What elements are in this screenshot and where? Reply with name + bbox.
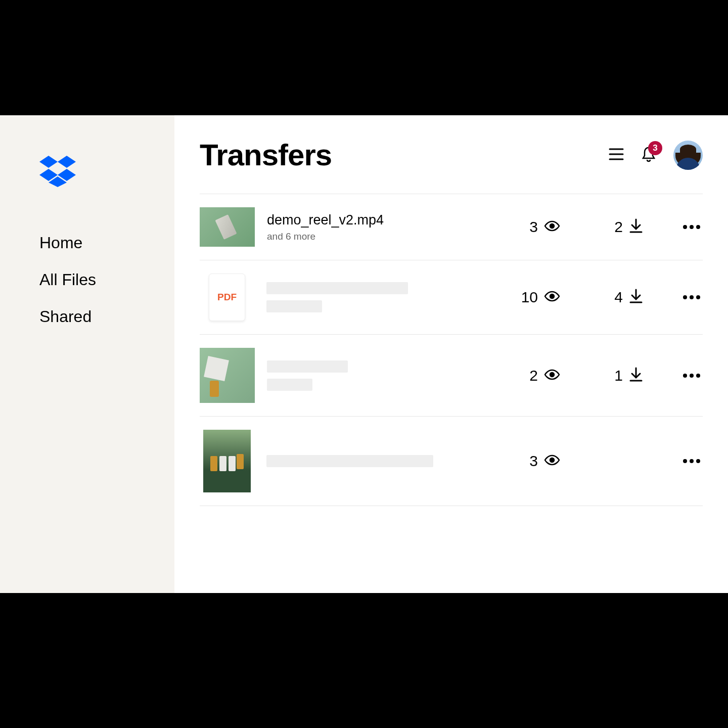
file-meta: and 6 more [267, 231, 492, 242]
placeholder-text [266, 455, 433, 467]
views-stat: 10 [505, 289, 560, 306]
more-options-icon[interactable] [680, 374, 703, 378]
file-thumbnail [203, 430, 251, 492]
more-options-icon[interactable] [680, 459, 703, 463]
sidebar-item-shared[interactable]: Shared [39, 307, 174, 326]
svg-point-3 [550, 224, 554, 228]
file-name: demo_reel_v2.mp4 [267, 212, 492, 228]
avatar[interactable] [673, 141, 703, 170]
header: Transfers 3 [200, 138, 703, 172]
sidebar: Home All Files Shared [0, 115, 174, 593]
file-info [267, 360, 492, 391]
transfer-row[interactable]: demo_reel_v2.mp4 and 6 more 3 [200, 194, 703, 260]
placeholder-text [267, 360, 348, 373]
downloads-count: 4 [614, 289, 623, 306]
downloads-stat: 4 [587, 289, 643, 306]
header-actions: 3 [609, 141, 703, 170]
views-count: 10 [521, 289, 538, 306]
views-count: 2 [529, 367, 538, 384]
notifications-button[interactable]: 3 [641, 146, 656, 164]
eye-icon [544, 220, 560, 234]
sidebar-item-home[interactable]: Home [39, 234, 174, 252]
placeholder-text [267, 379, 312, 391]
more-options-icon[interactable] [680, 295, 703, 299]
file-thumbnail [200, 348, 255, 403]
file-info [266, 282, 492, 312]
placeholder-text [266, 282, 408, 294]
file-info [266, 455, 492, 467]
page-title: Transfers [200, 138, 332, 172]
pdf-file-icon: PDF [209, 274, 245, 321]
views-stat: 2 [505, 367, 560, 384]
transfer-list: demo_reel_v2.mp4 and 6 more 3 [200, 194, 703, 506]
svg-point-12 [550, 458, 554, 462]
downloads-stat: 1 [587, 367, 643, 384]
more-options-icon[interactable] [680, 225, 703, 229]
notification-badge: 3 [648, 141, 662, 155]
views-count: 3 [529, 452, 538, 470]
transfer-row[interactable]: PDF 10 [200, 260, 703, 335]
views-stat: 3 [505, 452, 560, 470]
svg-point-9 [550, 373, 554, 377]
file-info: demo_reel_v2.mp4 and 6 more [267, 212, 492, 242]
downloads-count: 1 [614, 367, 623, 384]
transfer-row[interactable]: 2 1 [200, 335, 703, 417]
main-content: Transfers 3 [174, 115, 728, 593]
dropbox-logo-icon[interactable] [39, 156, 174, 189]
menu-icon[interactable] [609, 148, 624, 162]
eye-icon [544, 369, 560, 382]
transfer-row[interactable]: 3 [200, 417, 703, 506]
downloads-stat: 2 [587, 218, 643, 236]
eye-icon [544, 291, 560, 304]
download-icon [629, 367, 643, 384]
sidebar-item-all-files[interactable]: All Files [39, 270, 174, 289]
svg-point-6 [550, 294, 554, 298]
views-count: 3 [529, 218, 538, 236]
views-stat: 3 [505, 218, 560, 236]
file-thumbnail [200, 207, 255, 247]
eye-icon [544, 454, 560, 468]
download-icon [629, 289, 643, 306]
app-window: Home All Files Shared Transfers [0, 115, 728, 593]
download-icon [629, 218, 643, 236]
placeholder-text [266, 300, 322, 312]
downloads-count: 2 [614, 218, 623, 236]
